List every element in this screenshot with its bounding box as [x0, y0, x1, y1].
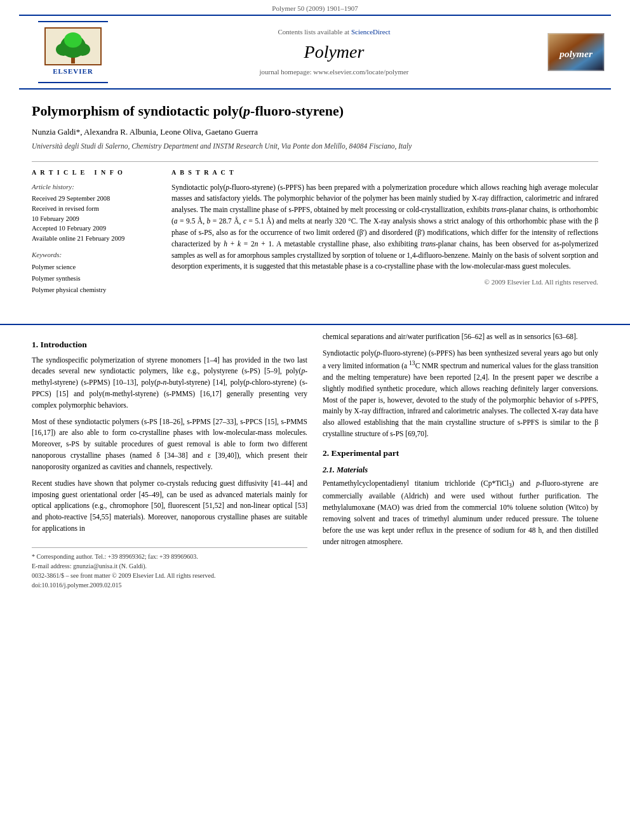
page-wrapper: Polymer 50 (2009) 1901–1907 ELSEVIER Con…: [0, 0, 630, 840]
section2-para1: Pentamethylcyclopentadienyl titanium tri…: [323, 478, 598, 547]
received-date-1: Received 29 September 2008: [32, 194, 159, 204]
top-bar: Polymer 50 (2009) 1901–1907: [0, 0, 630, 15]
section1-para1: The syndiospecific polymerization of sty…: [32, 355, 307, 411]
keyword-1: Polymer science: [32, 262, 159, 273]
polymer-logo-box: polymer: [541, 33, 611, 71]
keywords-section: Keywords: Polymer science Polymer synthe…: [32, 250, 159, 296]
section2-1-heading: 2.1. Materials: [323, 465, 598, 476]
authors: Nunzia Galdi*, Alexandra R. Albunia, Leo…: [32, 126, 598, 138]
abstract-col: A B S T R A C T Syndiotactic poly(p-fluo…: [171, 168, 598, 302]
section1-heading: 1. Introduction: [32, 339, 307, 351]
journal-title: Polymer: [127, 39, 541, 64]
volume-info: Polymer 50 (2009) 1901–1907: [272, 4, 358, 12]
obtained-word: obtained: [314, 206, 339, 213]
footnote-corresponding: * Corresponding author. Tel.: +39 899693…: [32, 552, 307, 561]
article-info-col: A R T I C L E I N F O Article history: R…: [32, 168, 159, 302]
online-date: Available online 21 February 2009: [32, 234, 159, 244]
elsevier-brand-text: ELSEVIER: [53, 67, 93, 76]
svg-point-5: [64, 32, 82, 48]
elsevier-logo-section: ELSEVIER: [38, 21, 108, 83]
footnotes: * Corresponding author. Tel.: +39 899693…: [32, 547, 307, 590]
abstract-label: A B S T R A C T: [171, 168, 598, 177]
polymer-logo-icon: polymer: [548, 33, 604, 71]
section1-para3: Recent studies have shown that polymer c…: [32, 478, 307, 535]
accepted-date: Accepted 10 February 2009: [32, 223, 159, 234]
article-info-label: A R T I C L E I N F O: [32, 168, 159, 177]
body-two-col: 1. Introduction The syndiospecific polym…: [32, 331, 598, 590]
keyword-3: Polymer physical chemistry: [32, 284, 159, 296]
copyright-notice: © 2009 Elsevier Ltd. All rights reserved…: [171, 277, 598, 287]
section1-para2: Most of these syndiotactic polymers (s-P…: [32, 417, 307, 473]
body-content: 1. Introduction The syndiospecific polym…: [0, 324, 630, 603]
keyword-2: Polymer synthesis: [32, 273, 159, 284]
keywords-title: Keywords:: [32, 250, 159, 260]
elsevier-tree-icon: [44, 27, 102, 65]
footnote-doi: doi:10.1016/j.polymer.2009.02.015: [32, 580, 307, 590]
article-content: Polymorphism of syndiotactic poly(p-fluo…: [0, 90, 630, 324]
sciencedirect-line: Contents lists available at ScienceDirec…: [127, 27, 541, 37]
article-info-abstract-section: A R T I C L E I N F O Article history: R…: [32, 161, 598, 302]
section1-right-para1: chemical separations and air/water purif…: [323, 331, 598, 343]
journal-header: ELSEVIER Contents lists available at Sci…: [19, 15, 611, 89]
article-title: Polymorphism of syndiotactic poly(p-fluo…: [32, 102, 598, 121]
contents-label: Contents lists available at: [278, 28, 349, 36]
article-history: Article history: Received 29 September 2…: [32, 182, 159, 244]
footnote-issn: 0032-3861/$ – see front matter © 2009 El…: [32, 571, 307, 580]
footnote-email: E-mail address: gnunzia@unisa.it (N. Gal…: [32, 561, 307, 571]
svg-text:polymer: polymer: [558, 48, 593, 59]
sciencedirect-link[interactable]: ScienceDirect: [351, 28, 391, 36]
author-names: Nunzia Galdi*, Alexandra R. Albunia, Leo…: [32, 127, 258, 137]
affiliation: Università degli Studi di Salerno, Chemi…: [32, 141, 598, 151]
abstract-text: Syndiotactic poly(p-fluoro-styrene) (s-P…: [171, 182, 598, 273]
section2-heading: 2. Experimental part: [323, 448, 598, 460]
polymer-logo-img: polymer: [547, 33, 605, 71]
section1-right-para2: Syndiotactic poly(p-fluoro-styrene) (s-P…: [323, 348, 598, 440]
body-right-col: chemical separations and air/water purif…: [323, 331, 598, 590]
history-title: Article history:: [32, 182, 159, 192]
received-revised-label: Received in revised form: [32, 204, 159, 214]
journal-homepage: journal homepage: www.elsevier.com/locat…: [127, 67, 541, 77]
body-left-col: 1. Introduction The syndiospecific polym…: [32, 331, 307, 590]
received-revised-date: 10 February 2009: [32, 214, 159, 224]
journal-center: Contents lists available at ScienceDirec…: [127, 27, 541, 77]
